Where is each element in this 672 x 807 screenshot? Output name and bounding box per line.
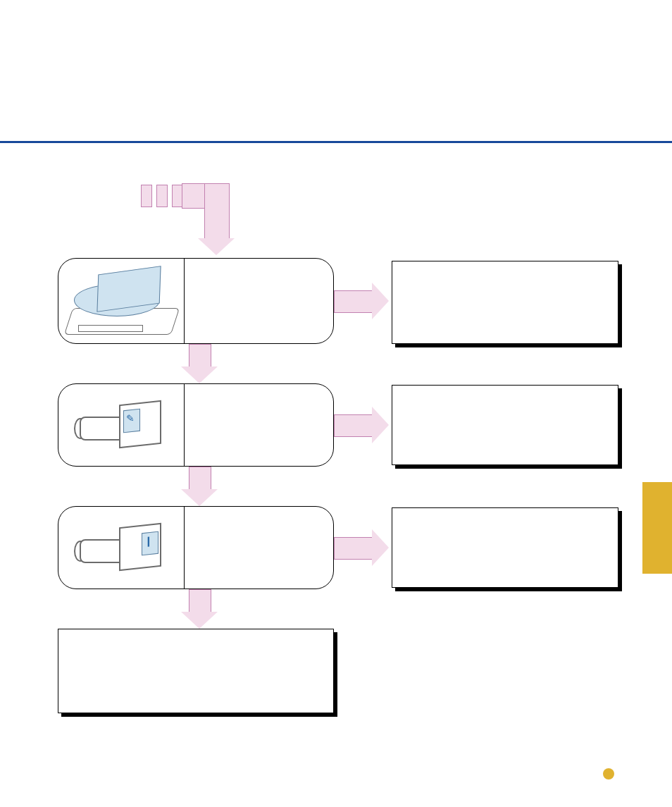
note-box-3: [392, 507, 618, 588]
arrow-down-icon: [179, 589, 221, 630]
arrow-right-icon: [334, 527, 397, 569]
step-box-toner-2: ❙: [58, 506, 334, 589]
toner-cartridge-icon: ✎: [80, 400, 171, 449]
arrow-down-icon: [182, 182, 245, 259]
final-summary-box: [58, 629, 334, 713]
arrow-right-icon: [334, 281, 397, 323]
arrow-right-icon: [334, 405, 397, 447]
arrow-down-icon: [179, 467, 221, 507]
scanner-icon: [64, 266, 177, 336]
arrow-down-icon: [179, 344, 221, 385]
entry-bar-icon: [141, 185, 152, 207]
step-box-scan: [58, 258, 334, 344]
toner-cartridge-icon: ❙: [80, 522, 171, 572]
note-box-2: [392, 385, 618, 465]
page: ✎ ❙: [0, 0, 672, 807]
step-box-toner-1: ✎: [58, 383, 334, 467]
page-marker-dot: [603, 768, 614, 780]
entry-bar-icon: [156, 185, 168, 207]
note-box-1: [392, 261, 618, 344]
section-divider: [0, 141, 672, 143]
section-tab: [642, 482, 672, 574]
